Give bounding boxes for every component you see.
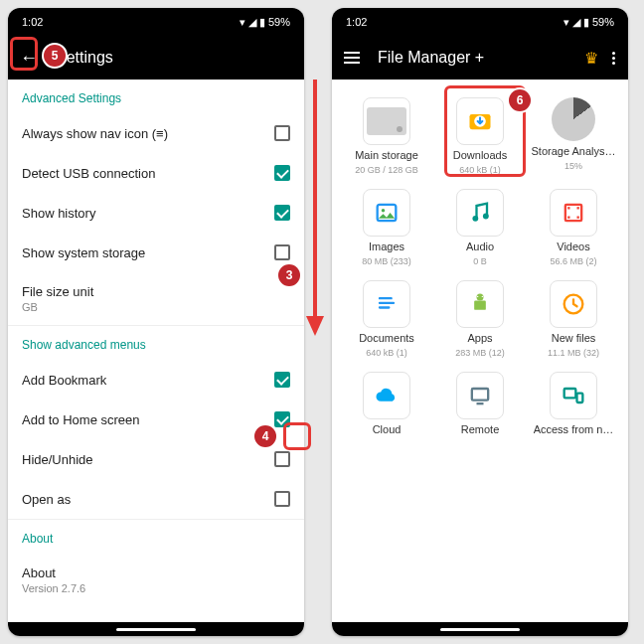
row-label: Hide/Unhide <box>22 452 93 467</box>
overflow-icon[interactable] <box>612 52 616 65</box>
checkbox[interactable] <box>274 451 290 467</box>
wifi-icon: ▾ <box>564 16 569 29</box>
tile-access-network[interactable]: Access from n… <box>527 368 620 443</box>
svg-rect-8 <box>577 207 579 209</box>
annotation-badge-3: 3 <box>278 264 300 286</box>
tile-sub: 11.1 MB (32) <box>548 348 599 358</box>
tile-label: Cloud <box>373 423 402 435</box>
android-navbar <box>332 622 628 636</box>
tile-label: Main storage <box>355 149 418 161</box>
row-sub: GB <box>22 301 93 313</box>
row-label: Always show nav icon (≡) <box>22 126 168 141</box>
status-bar: 1:02 ▾ ◢ ▮ 59% <box>332 8 628 36</box>
document-icon <box>373 290 401 318</box>
tile-apps[interactable]: Apps 283 MB (12) <box>433 276 527 362</box>
row-label: Detect USB connection <box>22 166 155 181</box>
download-folder-icon <box>466 107 494 135</box>
tile-images[interactable]: Images 80 MB (233) <box>340 185 433 270</box>
settings-content: Advanced Settings Always show nav icon (… <box>8 80 304 622</box>
music-icon <box>466 199 494 227</box>
tile-cloud[interactable]: Cloud <box>340 368 433 443</box>
tile-sub: 0 B <box>473 256 487 266</box>
tile-documents[interactable]: Documents 640 kB (1) <box>340 276 433 362</box>
tile-sub: 283 MB (12) <box>455 348 505 358</box>
row-filesize[interactable]: File size unit GB <box>8 272 304 325</box>
row-usb[interactable]: Detect USB connection <box>8 153 304 193</box>
checkbox[interactable] <box>274 244 290 260</box>
row-sub: Version 2.7.6 <box>22 582 85 594</box>
checkbox[interactable] <box>274 411 290 427</box>
fm-content: Main storage 20 GB / 128 GB Downloads 64… <box>332 80 628 622</box>
svg-point-3 <box>382 209 386 213</box>
tile-newfiles[interactable]: New files 11.1 MB (32) <box>527 276 620 362</box>
svg-rect-9 <box>567 217 569 219</box>
row-label: Add to Home screen <box>22 412 140 427</box>
svg-rect-18 <box>577 394 583 402</box>
devices-icon <box>560 382 587 409</box>
annotation-badge-5: 5 <box>44 45 66 67</box>
tile-sub: 80 MB (233) <box>362 256 411 266</box>
pie-icon <box>552 97 595 141</box>
tile-label: New files <box>552 332 596 344</box>
tile-sub: 56.6 MB (2) <box>550 256 596 266</box>
tile-label: Videos <box>557 241 589 252</box>
battery-icon: ▮ <box>259 16 265 29</box>
hamburger-icon[interactable] <box>344 52 360 64</box>
battery-icon: ▮ <box>583 16 589 29</box>
annotation-badge-4: 4 <box>254 425 276 447</box>
svg-marker-20 <box>306 316 324 336</box>
tile-audio[interactable]: Audio 0 B <box>433 185 527 270</box>
tile-label: Access from n… <box>534 423 614 435</box>
tile-main-storage[interactable]: Main storage 20 GB / 128 GB <box>340 93 433 179</box>
row-label: Open as <box>22 492 71 507</box>
checkbox[interactable] <box>274 491 290 507</box>
cloud-icon <box>373 382 401 409</box>
back-icon[interactable]: ← <box>20 48 38 69</box>
svg-rect-7 <box>567 207 569 209</box>
row-openas[interactable]: Open as <box>8 479 304 519</box>
android-icon <box>466 290 494 318</box>
checkbox[interactable] <box>274 125 290 141</box>
tile-storage-analysis[interactable]: Storage Analys… 15% <box>527 93 620 179</box>
annotation-badge-6: 6 <box>509 89 531 111</box>
appbar-title: File Manager + <box>378 49 484 67</box>
status-time: 1:02 <box>346 16 367 28</box>
signal-icon: ◢ <box>248 16 256 29</box>
row-label: File size unit <box>22 284 93 299</box>
crown-icon[interactable]: ♛ <box>584 49 598 68</box>
row-label: Show system storage <box>22 245 145 260</box>
svg-rect-10 <box>577 217 579 219</box>
battery-pct: 59% <box>592 16 614 28</box>
signal-icon: ◢ <box>572 16 580 29</box>
row-nav-icon[interactable]: Always show nav icon (≡) <box>8 113 304 153</box>
tile-label: Documents <box>359 332 414 344</box>
phone-filemanager: 1:02 ▾ ◢ ▮ 59% File Manager + ♛ Main sto… <box>332 8 628 636</box>
status-time: 1:02 <box>22 16 43 28</box>
tile-grid: Main storage 20 GB / 128 GB Downloads 64… <box>332 80 628 457</box>
tile-sub: 20 GB / 128 GB <box>355 165 418 175</box>
row-system-storage[interactable]: Show system storage <box>8 233 304 272</box>
appbar-filemanager: File Manager + ♛ <box>332 36 628 80</box>
image-icon <box>373 199 401 227</box>
row-bookmark[interactable]: Add Bookmark <box>8 360 304 400</box>
row-label: Add Bookmark <box>22 373 106 388</box>
checkbox[interactable] <box>274 372 290 388</box>
tile-sub: 15% <box>564 161 582 171</box>
checkbox[interactable] <box>274 205 290 221</box>
phone-settings: 1:02 ▾ ◢ ▮ 59% ← Settings Advanced Setti… <box>8 8 304 636</box>
tile-label: Apps <box>467 332 492 344</box>
tile-remote[interactable]: Remote <box>433 368 527 443</box>
wifi-icon: ▾ <box>240 16 245 29</box>
row-history[interactable]: Show history <box>8 193 304 233</box>
status-right: ▾ ◢ ▮ 59% <box>240 16 290 29</box>
tile-videos[interactable]: Videos 56.6 MB (2) <box>527 185 620 270</box>
tile-label: Images <box>369 241 404 252</box>
tile-label: Downloads <box>453 149 507 161</box>
annotation-arrow <box>304 80 326 338</box>
svg-point-13 <box>477 296 478 297</box>
section-menus: Show advanced menus <box>8 326 304 360</box>
svg-rect-17 <box>564 389 576 398</box>
row-about[interactable]: About Version 2.7.6 <box>8 554 304 606</box>
checkbox[interactable] <box>274 165 290 181</box>
svg-rect-11 <box>474 301 486 310</box>
